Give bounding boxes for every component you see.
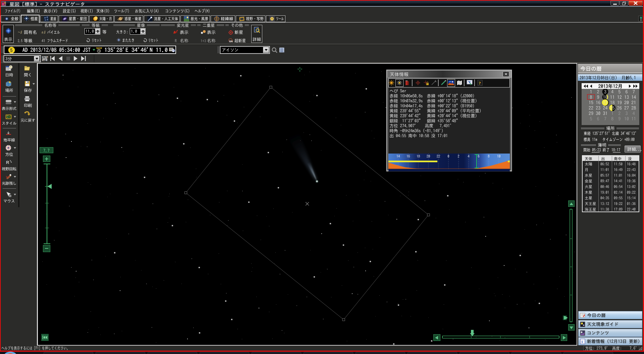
- svg-text:STEP: STEP: [42, 56, 48, 58]
- svg-text:?: ?: [479, 80, 481, 85]
- svg-text:SN: SN: [229, 40, 233, 43]
- svg-text:9: 9: [4, 1, 6, 4]
- svg-text:R: R: [6, 160, 9, 165]
- svg-text:x2: x2: [43, 59, 46, 62]
- svg-text:i: i: [582, 340, 583, 344]
